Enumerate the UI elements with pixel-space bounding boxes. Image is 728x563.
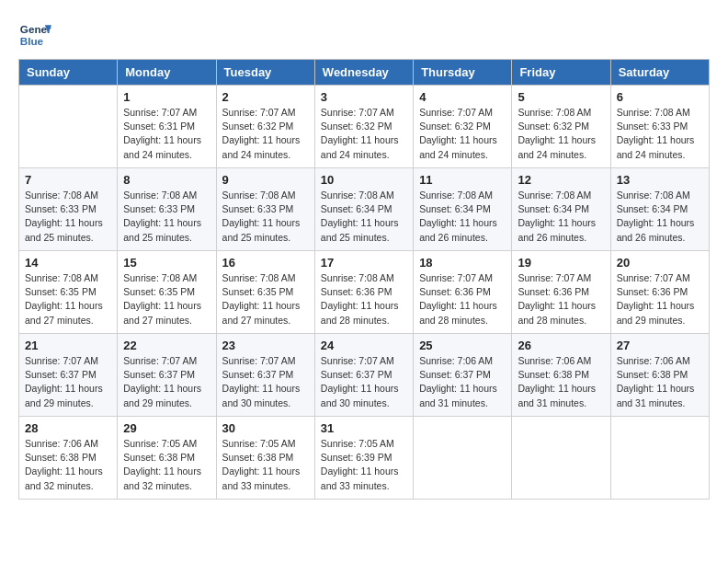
sunrise-text: Sunrise: 7:06 AM	[617, 355, 690, 366]
daylight-text: Daylight: 11 hours and 31 minutes.	[419, 383, 497, 408]
daylight-text: Daylight: 11 hours and 27 minutes.	[123, 300, 201, 325]
calendar-cell: 26 Sunrise: 7:06 AM Sunset: 6:38 PM Dayl…	[512, 334, 610, 417]
weekday-header-wednesday: Wednesday	[314, 60, 413, 86]
daylight-text: Daylight: 11 hours and 24 minutes.	[321, 134, 399, 159]
calendar-cell: 14 Sunrise: 7:08 AM Sunset: 6:35 PM Dayl…	[19, 251, 118, 334]
calendar-cell: 8 Sunrise: 7:08 AM Sunset: 6:33 PM Dayli…	[118, 168, 216, 251]
day-number: 22	[123, 339, 210, 352]
sunrise-text: Sunrise: 7:08 AM	[222, 272, 296, 283]
day-info: Sunrise: 7:06 AM Sunset: 6:38 PM Dayligh…	[25, 437, 111, 493]
calendar-cell: 24 Sunrise: 7:07 AM Sunset: 6:37 PM Dayl…	[314, 334, 413, 417]
day-info: Sunrise: 7:07 AM Sunset: 6:32 PM Dayligh…	[321, 106, 407, 162]
day-number: 9	[222, 173, 309, 187]
calendar-week-row: 21 Sunrise: 7:07 AM Sunset: 6:37 PM Dayl…	[19, 334, 710, 417]
daylight-text: Daylight: 11 hours and 32 minutes.	[25, 465, 103, 490]
calendar-cell: 23 Sunrise: 7:07 AM Sunset: 6:37 PM Dayl…	[216, 334, 314, 417]
sunset-text: Sunset: 6:38 PM	[222, 452, 294, 463]
calendar-cell: 4 Sunrise: 7:07 AM Sunset: 6:32 PM Dayli…	[414, 86, 512, 168]
day-number: 19	[518, 256, 604, 270]
calendar-cell: 6 Sunrise: 7:08 AM Sunset: 6:33 PM Dayli…	[610, 86, 709, 168]
day-number: 6	[617, 90, 703, 104]
calendar-cell: 10 Sunrise: 7:08 AM Sunset: 6:34 PM Dayl…	[314, 168, 413, 251]
sunrise-text: Sunrise: 7:07 AM	[222, 355, 296, 366]
calendar-cell: 15 Sunrise: 7:08 AM Sunset: 6:35 PM Dayl…	[118, 251, 216, 334]
calendar-cell: 11 Sunrise: 7:08 AM Sunset: 6:34 PM Dayl…	[414, 168, 512, 251]
day-info: Sunrise: 7:05 AM Sunset: 6:38 PM Dayligh…	[222, 437, 309, 493]
daylight-text: Daylight: 11 hours and 33 minutes.	[321, 465, 399, 490]
calendar-cell: 28 Sunrise: 7:06 AM Sunset: 6:38 PM Dayl…	[19, 417, 118, 500]
daylight-text: Daylight: 11 hours and 26 minutes.	[419, 217, 497, 242]
day-number: 5	[518, 90, 604, 104]
daylight-text: Daylight: 11 hours and 24 minutes.	[222, 134, 301, 159]
sunset-text: Sunset: 6:35 PM	[222, 286, 294, 297]
daylight-text: Daylight: 11 hours and 26 minutes.	[617, 217, 695, 242]
day-info: Sunrise: 7:08 AM Sunset: 6:33 PM Dayligh…	[222, 189, 309, 245]
daylight-text: Daylight: 11 hours and 31 minutes.	[518, 383, 596, 408]
calendar-cell: 21 Sunrise: 7:07 AM Sunset: 6:37 PM Dayl…	[19, 334, 118, 417]
sunrise-text: Sunrise: 7:06 AM	[25, 438, 98, 449]
day-info: Sunrise: 7:08 AM Sunset: 6:33 PM Dayligh…	[617, 106, 703, 162]
sunrise-text: Sunrise: 7:08 AM	[25, 190, 98, 201]
day-info: Sunrise: 7:07 AM Sunset: 6:37 PM Dayligh…	[222, 354, 309, 410]
day-number: 16	[222, 256, 309, 270]
sunset-text: Sunset: 6:36 PM	[518, 286, 589, 297]
calendar-cell: 1 Sunrise: 7:07 AM Sunset: 6:31 PM Dayli…	[118, 86, 216, 168]
daylight-text: Daylight: 11 hours and 25 minutes.	[25, 217, 103, 242]
sunset-text: Sunset: 6:37 PM	[419, 369, 491, 380]
day-info: Sunrise: 7:07 AM Sunset: 6:37 PM Dayligh…	[25, 354, 111, 410]
sunset-text: Sunset: 6:37 PM	[25, 369, 97, 380]
day-number: 25	[419, 339, 506, 352]
calendar-week-row: 28 Sunrise: 7:06 AM Sunset: 6:38 PM Dayl…	[19, 417, 710, 500]
calendar-week-row: 1 Sunrise: 7:07 AM Sunset: 6:31 PM Dayli…	[19, 86, 710, 168]
calendar-cell: 7 Sunrise: 7:08 AM Sunset: 6:33 PM Dayli…	[19, 168, 118, 251]
daylight-text: Daylight: 11 hours and 28 minutes.	[419, 300, 497, 325]
sunrise-text: Sunrise: 7:07 AM	[25, 355, 98, 366]
sunrise-text: Sunrise: 7:05 AM	[222, 438, 296, 449]
calendar-cell: 25 Sunrise: 7:06 AM Sunset: 6:37 PM Dayl…	[414, 334, 512, 417]
day-info: Sunrise: 7:07 AM Sunset: 6:36 PM Dayligh…	[419, 271, 506, 327]
logo-icon: General Blue	[18, 18, 51, 52]
calendar-week-row: 14 Sunrise: 7:08 AM Sunset: 6:35 PM Dayl…	[19, 251, 710, 334]
sunset-text: Sunset: 6:34 PM	[617, 203, 688, 214]
day-number: 1	[123, 90, 210, 104]
daylight-text: Daylight: 11 hours and 25 minutes.	[123, 217, 201, 242]
daylight-text: Daylight: 11 hours and 27 minutes.	[222, 300, 301, 325]
sunset-text: Sunset: 6:36 PM	[617, 286, 688, 297]
day-number: 3	[321, 90, 407, 104]
sunset-text: Sunset: 6:34 PM	[518, 203, 589, 214]
day-info: Sunrise: 7:07 AM Sunset: 6:31 PM Dayligh…	[123, 106, 210, 162]
sunrise-text: Sunrise: 7:05 AM	[123, 438, 197, 449]
sunset-text: Sunset: 6:31 PM	[123, 121, 195, 132]
sunrise-text: Sunrise: 7:05 AM	[321, 438, 394, 449]
sunset-text: Sunset: 6:35 PM	[25, 286, 97, 297]
day-info: Sunrise: 7:08 AM Sunset: 6:33 PM Dayligh…	[25, 189, 111, 245]
sunset-text: Sunset: 6:37 PM	[222, 369, 294, 380]
calendar-table: SundayMondayTuesdayWednesdayThursdayFrid…	[18, 59, 710, 500]
day-number: 26	[518, 339, 604, 352]
day-number: 28	[25, 421, 111, 435]
day-number: 4	[419, 90, 506, 104]
calendar-cell	[414, 417, 512, 500]
day-number: 15	[123, 256, 210, 270]
sunset-text: Sunset: 6:38 PM	[25, 452, 97, 463]
day-number: 13	[617, 173, 703, 187]
day-info: Sunrise: 7:08 AM Sunset: 6:34 PM Dayligh…	[518, 189, 604, 245]
calendar-cell: 31 Sunrise: 7:05 AM Sunset: 6:39 PM Dayl…	[314, 417, 413, 500]
day-info: Sunrise: 7:07 AM Sunset: 6:32 PM Dayligh…	[222, 106, 309, 162]
daylight-text: Daylight: 11 hours and 28 minutes.	[321, 300, 399, 325]
svg-text:Blue: Blue	[20, 35, 44, 47]
sunset-text: Sunset: 6:37 PM	[123, 369, 195, 380]
calendar-cell: 20 Sunrise: 7:07 AM Sunset: 6:36 PM Dayl…	[610, 251, 709, 334]
daylight-text: Daylight: 11 hours and 25 minutes.	[321, 217, 399, 242]
daylight-text: Daylight: 11 hours and 28 minutes.	[518, 300, 596, 325]
daylight-text: Daylight: 11 hours and 24 minutes.	[518, 134, 596, 159]
daylight-text: Daylight: 11 hours and 24 minutes.	[617, 134, 695, 159]
sunset-text: Sunset: 6:36 PM	[321, 286, 392, 297]
daylight-text: Daylight: 11 hours and 27 minutes.	[25, 300, 103, 325]
day-number: 18	[419, 256, 506, 270]
sunset-text: Sunset: 6:35 PM	[123, 286, 195, 297]
day-info: Sunrise: 7:08 AM Sunset: 6:33 PM Dayligh…	[123, 189, 210, 245]
day-number: 8	[123, 173, 210, 187]
sunset-text: Sunset: 6:34 PM	[419, 203, 491, 214]
day-number: 31	[321, 421, 407, 435]
